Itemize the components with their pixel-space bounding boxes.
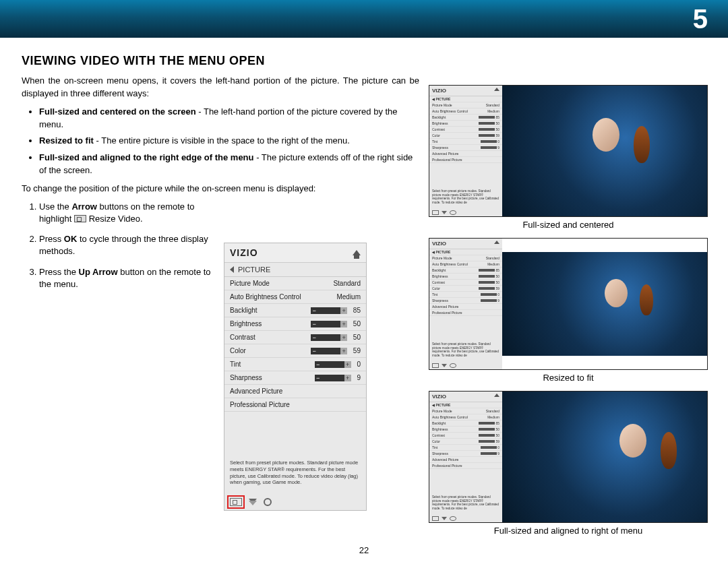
osd-description: Select from preset picture modes. Standa… xyxy=(230,460,361,486)
mini-osd-menu: VIZIO◀ PICTUREPicture ModeStandardAuto B… xyxy=(429,86,502,216)
back-arrow-icon[interactable] xyxy=(230,266,234,273)
section-heading: VIEWING VIDEO WITH THE MENU OPEN xyxy=(22,54,419,68)
slider-control[interactable]: −+ xyxy=(311,348,347,354)
page-number: 22 xyxy=(0,545,728,555)
steps-list: Use the Arrow buttons on the remote to h… xyxy=(22,201,224,290)
setting-value: 85 xyxy=(351,307,361,314)
setting-label: Contrast xyxy=(230,334,255,341)
vizio-logo: VIZIO xyxy=(230,247,258,258)
thumbnail-centered: VIZIO◀ PICTUREPicture ModeStandardAuto B… xyxy=(429,85,708,217)
home-icon[interactable] xyxy=(353,250,361,255)
display-mode-list: Full-sized and centered on the screen - … xyxy=(22,106,419,177)
step-item: Use the Arrow buttons on the remote to h… xyxy=(39,201,224,225)
osd-menu-large: VIZIO PICTURE Picture ModeStandardAuto B… xyxy=(224,243,367,511)
setting-value: 50 xyxy=(351,334,361,341)
osd-setting-row[interactable]: Contrast−+ 50 xyxy=(224,331,366,344)
slider-control[interactable]: −+ xyxy=(315,375,351,381)
setting-label: Picture Mode xyxy=(230,280,270,287)
thumbnails-column: VIZIO◀ PICTUREPicture ModeStandardAuto B… xyxy=(429,85,708,544)
change-intro-paragraph: To change the position of the picture wh… xyxy=(22,183,419,195)
caption-centered: Full-sized and centered xyxy=(429,220,708,230)
setting-label: Advanced Picture xyxy=(230,387,282,395)
thumbnail-aligned: VIZIO◀ PICTUREPicture ModeStandardAuto B… xyxy=(429,391,708,523)
osd-setting-row[interactable]: Brightness−+ 50 xyxy=(224,317,366,331)
setting-label: Professional Picture xyxy=(230,401,290,408)
step-item: Press OK to cycle through the three disp… xyxy=(39,233,224,257)
osd-setting-row[interactable]: Professional Picture xyxy=(224,398,366,412)
setting-label: Color xyxy=(230,347,246,354)
slider-control[interactable]: −+ xyxy=(311,307,347,314)
setting-label: Sharpness xyxy=(230,374,262,381)
osd-setting-row[interactable]: Advanced Picture xyxy=(224,385,366,398)
slider-control[interactable]: −+ xyxy=(315,361,351,368)
list-item: Full-sized and centered on the screen - … xyxy=(39,106,419,131)
setting-value: 0 xyxy=(355,361,361,368)
setting-value: 50 xyxy=(351,320,361,327)
step-item: Press the Up Arrow button on the remote … xyxy=(39,266,224,290)
osd-setting-row[interactable]: Color−+ 59 xyxy=(224,344,366,358)
mini-osd-menu: VIZIO◀ PICTUREPicture ModeStandardAuto B… xyxy=(429,392,502,522)
resize-video-icon[interactable] xyxy=(230,498,242,506)
resize-video-icon xyxy=(74,215,86,222)
slider-control[interactable]: −+ xyxy=(311,321,347,327)
osd-setting-row[interactable]: Backlight−+ 85 xyxy=(224,304,366,317)
thumbnail-resized: VIZIO◀ PICTUREPicture ModeStandardAuto B… xyxy=(429,238,708,370)
setting-value: Standard xyxy=(333,280,361,287)
mini-osd-menu: VIZIO◀ PICTUREPicture ModeStandardAuto B… xyxy=(429,239,502,369)
setting-label: Tint xyxy=(230,361,241,368)
intro-paragraph: When the on-screen menu opens, it covers… xyxy=(22,75,419,100)
caption-aligned: Full-sized and aligned to right of menu xyxy=(429,526,708,536)
list-item: Full-sized and aligned to the right edge… xyxy=(39,152,419,177)
osd-footer-icons xyxy=(230,498,272,506)
setting-value: Medium xyxy=(336,293,361,301)
setting-label: Backlight xyxy=(230,307,257,314)
osd-setting-row[interactable]: Sharpness−+ 9 xyxy=(224,371,366,385)
list-item: Resized to fit - The entire picture is v… xyxy=(39,135,419,148)
caption-resized: Resized to fit xyxy=(429,373,708,383)
osd-setting-row[interactable]: Picture ModeStandard xyxy=(224,277,366,290)
setting-label: Brightness xyxy=(230,320,262,327)
setting-value: 9 xyxy=(355,374,361,381)
gear-icon[interactable] xyxy=(264,498,272,506)
osd-setting-row[interactable]: Tint−+ 0 xyxy=(224,358,366,371)
slider-control[interactable]: −+ xyxy=(311,334,347,341)
setting-label: Auto Brightness Control xyxy=(230,293,301,301)
setting-value: 59 xyxy=(351,347,361,354)
osd-section-title: PICTURE xyxy=(238,266,270,274)
chapter-number-bar: 5 xyxy=(0,0,728,38)
osd-setting-row[interactable]: Auto Brightness ControlMedium xyxy=(224,290,366,304)
